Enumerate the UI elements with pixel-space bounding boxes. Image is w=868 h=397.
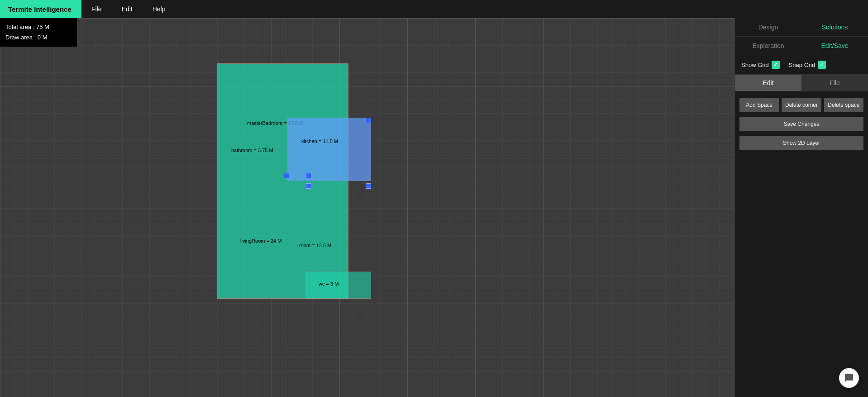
handle-tl[interactable] [284, 173, 289, 178]
room-wc: wc = 3 M [305, 272, 371, 299]
svg-rect-1 [0, 18, 734, 397]
room-kitchen: kitchen = 11.5 M [287, 118, 371, 181]
tab-file[interactable]: File [801, 75, 868, 91]
livingroom-label: livingRoom = 24 M [240, 238, 281, 244]
snap-grid-label: Snap Grid [789, 62, 816, 68]
delete-space-button[interactable]: Delete space [824, 98, 863, 112]
show-2d-layer-button[interactable]: Show 2D Layer [739, 136, 863, 150]
menu-edit[interactable]: Edit [112, 0, 143, 18]
tab-design[interactable]: Design [735, 18, 801, 36]
room-main: masterBedroom = 17.5 M bathroom = 3.75 M… [217, 63, 348, 299]
add-space-button[interactable]: Add Space [739, 98, 779, 112]
tab-exploration[interactable]: Exploration [735, 37, 801, 55]
info-panel: Total area : 75 M Draw area : 0 M [0, 18, 77, 47]
show-grid-check: ✓ [772, 61, 780, 69]
tab-solutions[interactable]: Solutions [801, 18, 868, 36]
right-panel: Design Solutions Exploration Edit/Save S… [734, 18, 868, 397]
bathroom-label: bathroom = 3.75 M [231, 148, 273, 153]
wc-label: wc = 3 M [319, 281, 339, 287]
handle-br[interactable] [366, 118, 371, 123]
show-grid-toggle[interactable]: Show Grid ✓ [741, 61, 780, 69]
total-area-label: Total area : 75 M [5, 22, 72, 32]
menu-file[interactable]: File [81, 0, 112, 18]
room-label-text: room = 13.5 M [299, 243, 331, 248]
tab-edit-save[interactable]: Edit/Save [801, 37, 868, 55]
snap-grid-toggle[interactable]: Snap Grid ✓ [789, 61, 826, 69]
handle-tr[interactable] [366, 183, 371, 189]
tab-edit[interactable]: Edit [735, 75, 801, 91]
handle-ml[interactable] [306, 183, 311, 189]
save-changes-button[interactable]: Save Changes [739, 117, 863, 131]
handle-tm[interactable] [306, 173, 311, 178]
app-title: Termite Intelligence [0, 0, 81, 18]
draw-area-label: Draw area : 0 M [5, 32, 72, 43]
delete-corner-button[interactable]: Delete corner [782, 98, 821, 112]
menu-help[interactable]: Help [143, 0, 176, 18]
show-grid-label: Show Grid [741, 62, 769, 68]
snap-grid-check: ✓ [818, 61, 826, 69]
chat-bubble[interactable] [839, 368, 859, 388]
kitchen-label: kitchen = 11.5 M [301, 139, 338, 144]
canvas-area[interactable]: Total area : 75 M Draw area : 0 M master… [0, 18, 734, 397]
